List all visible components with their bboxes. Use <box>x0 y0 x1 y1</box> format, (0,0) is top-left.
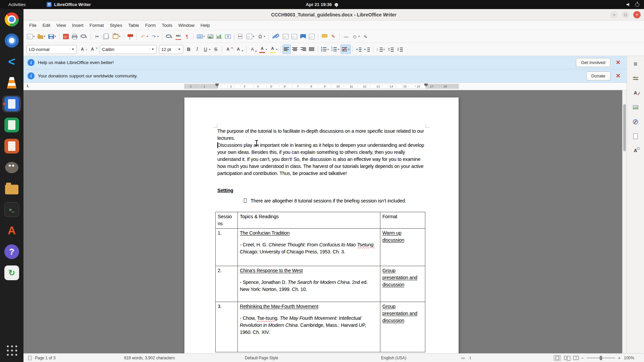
word-count-status[interactable]: 619 words, 3,902 characters <box>124 356 175 360</box>
dock-files[interactable] <box>2 180 21 197</box>
formatting-marks[interactable]: ¶ <box>183 32 191 41</box>
table-header-topics[interactable]: Topics & Readings <box>238 212 380 229</box>
table-header-sessions[interactable]: Sessions <box>216 212 238 229</box>
menu-tools[interactable]: Tools <box>159 22 175 29</box>
dock-vscode[interactable]: < <box>2 53 21 70</box>
scrollbar-thumb[interactable] <box>623 104 626 151</box>
increase-paragraph-spacing[interactable]: ↥ <box>386 45 395 54</box>
dock-libreoffice-impress[interactable] <box>2 138 21 155</box>
update-style[interactable]: A <box>78 45 88 54</box>
clear-formatting[interactable]: A <box>248 45 258 54</box>
horizontal-ruler[interactable]: L 21123456789101112131415161718 <box>23 83 627 90</box>
dock-terminal[interactable]: >_ <box>2 201 21 218</box>
insert-page-break[interactable] <box>236 32 245 41</box>
font-name-dropdown-icon[interactable]: ▼ <box>149 48 154 51</box>
dock-help[interactable]: ? <box>2 243 21 260</box>
undo[interactable]: ↶▾ <box>139 32 149 41</box>
sidebar-page[interactable] <box>630 130 642 142</box>
volume-icon[interactable] <box>627 3 631 7</box>
cut[interactable]: ✂ <box>93 32 101 41</box>
highlighting-color[interactable]: A▾ <box>268 45 279 54</box>
close-button[interactable]: × <box>633 11 641 18</box>
insert-special-character[interactable]: Ω▾ <box>256 32 266 41</box>
font-name-combo[interactable]: Calibri ▼ <box>100 45 157 54</box>
insert-cross-reference[interactable] <box>308 32 316 41</box>
maximize-button[interactable]: □ <box>622 11 629 18</box>
insert-bookmark[interactable] <box>299 32 307 41</box>
no-list[interactable]: ▾ <box>340 45 351 54</box>
decrease-paragraph-spacing[interactable]: ↧ <box>395 45 404 54</box>
table-cell-topic[interactable]: China’s Response to the West - Spence, J… <box>238 266 380 302</box>
dock-chromium[interactable] <box>2 32 21 49</box>
increase-indent[interactable]: ▸ <box>363 45 371 54</box>
table-cell-session[interactable]: 2. <box>216 266 238 302</box>
italic[interactable]: I <box>193 45 201 54</box>
save[interactable]: ▾ <box>47 32 57 41</box>
font-color[interactable]: A▾ <box>258 45 268 54</box>
align-center[interactable] <box>291 45 299 54</box>
dock-libreoffice-calc[interactable] <box>2 117 21 133</box>
paste[interactable]: ▾ <box>111 32 122 41</box>
align-left[interactable] <box>282 45 291 54</box>
unordered-list[interactable]: ▾ <box>320 45 330 54</box>
sidebar-style-inspector[interactable]: A <box>630 145 642 156</box>
dock-libreoffice-writer[interactable] <box>2 96 21 112</box>
bold[interactable]: B <box>184 45 193 54</box>
menu-view[interactable]: View <box>53 22 69 29</box>
dock-trash[interactable]: ↻ <box>2 264 21 281</box>
superscript[interactable]: A <box>224 45 234 54</box>
insert-mode-icon[interactable]: I <box>470 355 471 360</box>
table-cell-session[interactable]: 3. <box>216 302 238 352</box>
insert-table[interactable]: ▾ <box>196 32 206 41</box>
menu-edit[interactable]: Edit <box>40 22 53 29</box>
ordered-list[interactable]: ▾ <box>330 45 340 54</box>
line-spacing[interactable]: ↕▾ <box>375 45 386 54</box>
decrease-indent[interactable]: ◂ <box>355 45 363 54</box>
bullet-item[interactable]: There are altogether 8 tutorial sessions… <box>217 197 426 204</box>
zoom-out-button[interactable]: − <box>581 355 584 361</box>
focused-app-indicator[interactable]: LibreOffice Writer <box>47 2 91 7</box>
insert-text-box[interactable]: A <box>224 32 232 41</box>
dock-chrome[interactable] <box>2 11 21 28</box>
new-document[interactable]: ▾ <box>25 32 36 41</box>
donate-button[interactable]: Donate <box>586 71 610 80</box>
clock[interactable]: Apr 21 19:36 <box>306 2 338 7</box>
spelling-check[interactable]: ABC <box>174 32 182 41</box>
menu-table[interactable]: Table <box>125 22 142 29</box>
power-icon[interactable] <box>635 3 639 7</box>
table-cell-topic[interactable]: Rethinking the May-Fourth Movement - Cho… <box>238 302 380 352</box>
dock-gimp[interactable] <box>2 159 21 176</box>
font-size-combo[interactable]: 12 pt ▼ <box>159 45 183 54</box>
copy[interactable] <box>102 32 111 41</box>
window-titlebar[interactable]: CCCH9003_Tutorial_guidelines.docx - Libr… <box>23 9 644 20</box>
dock-show-apps[interactable] <box>2 342 21 359</box>
freeform-line[interactable]: ∿ <box>361 32 370 41</box>
menu-insert[interactable]: Insert <box>69 22 87 29</box>
activities-button[interactable]: Activities <box>5 1 29 8</box>
paragraph-style-dropdown-icon[interactable]: ▼ <box>69 48 74 51</box>
menu-format[interactable]: Format <box>87 22 107 29</box>
basic-shapes[interactable]: ◇▾ <box>351 32 361 41</box>
insert-endnote[interactable] <box>290 32 299 41</box>
align-right[interactable] <box>299 45 308 54</box>
vertical-scrollbar[interactable] <box>622 90 627 353</box>
new-style[interactable]: A <box>88 45 98 54</box>
get-involved-button[interactable]: Get involved <box>576 58 610 67</box>
insert-image[interactable] <box>206 32 215 41</box>
view-single-page[interactable] <box>553 355 561 361</box>
export-pdf[interactable] <box>62 32 70 41</box>
section-heading[interactable]: Setting <box>217 187 426 194</box>
open-file[interactable]: ▾ <box>36 32 47 41</box>
insert-hyperlink[interactable] <box>271 32 281 41</box>
zoom-in-button[interactable]: + <box>618 355 621 361</box>
insert-comment[interactable] <box>320 32 329 41</box>
page-style-status[interactable]: Default Page Style <box>245 356 278 360</box>
insert-footnote[interactable] <box>281 32 290 41</box>
paragraph-style-combo[interactable]: LO-normal ▼ <box>26 45 77 54</box>
menu-styles[interactable]: Styles <box>107 22 125 29</box>
subscript[interactable]: A <box>234 45 245 54</box>
minimize-button[interactable]: – <box>610 11 618 18</box>
table-cell-format[interactable]: Group presentation and discussion <box>380 266 425 302</box>
underline[interactable]: U▾ <box>201 45 212 54</box>
redo[interactable]: ↷▾ <box>150 32 160 41</box>
